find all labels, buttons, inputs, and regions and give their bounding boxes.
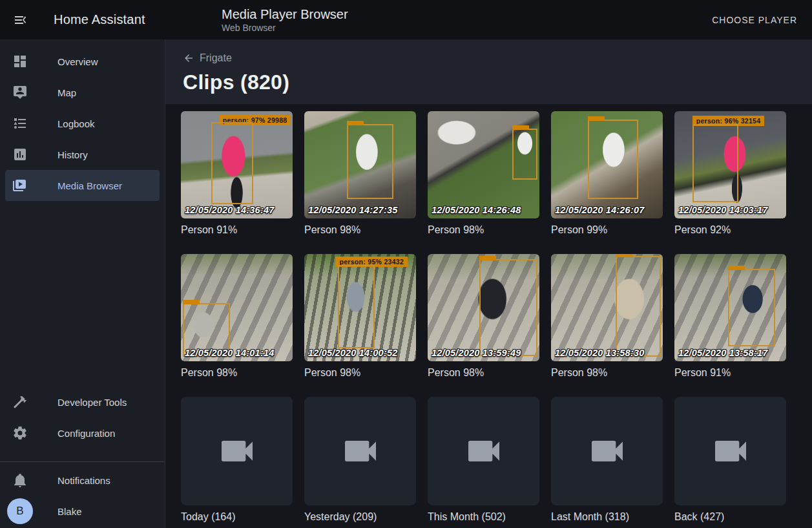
clip-label: Person 98% xyxy=(428,367,539,379)
bounding-box xyxy=(479,259,537,355)
sidebar-item-label: Map xyxy=(57,87,76,98)
clip-thumbnail: 12/05/2020 13:58:17 xyxy=(674,254,786,361)
detection-minilabel xyxy=(588,116,605,121)
tooltip-account-icon xyxy=(12,85,28,100)
clip-label: Person 91% xyxy=(674,367,786,379)
sidebar-toggle-icon[interactable] xyxy=(13,12,28,28)
main-pane: Frigate Clips (820) person: 97% 29988 12… xyxy=(165,39,812,528)
detection-minilabel xyxy=(347,121,364,125)
video-icon xyxy=(463,430,505,472)
folder-tile-this-month[interactable]: This Month (502) xyxy=(428,397,539,523)
clip-thumbnail: 12/05/2020 13:59:49 xyxy=(428,254,539,361)
detection-minilabel xyxy=(479,256,496,260)
bounding-box xyxy=(692,124,738,202)
timestamp-overlay: 12/05/2020 14:03:17 xyxy=(678,205,767,215)
detection-minilabel xyxy=(728,266,745,270)
clip-tile[interactable]: 12/05/2020 14:26:48 Person 98% xyxy=(428,111,539,236)
timestamp-overlay: 12/05/2020 14:00:52 xyxy=(308,348,397,358)
folder-tile-last-month[interactable]: Last Month (318) xyxy=(551,397,663,523)
choose-player-button[interactable]: CHOOSE PLAYER xyxy=(707,10,802,30)
detection-minilabel xyxy=(512,125,529,130)
video-icon xyxy=(710,430,751,472)
video-icon xyxy=(340,430,381,472)
sidebar-item-label: Logbook xyxy=(57,118,95,129)
sidebar-item-map[interactable]: Map xyxy=(0,77,165,108)
top-app-bar: Home Assistant Media Player Browser Web … xyxy=(0,0,812,39)
clip-label: Person 98% xyxy=(181,367,293,379)
hammer-icon xyxy=(12,394,28,410)
folder-card xyxy=(428,397,539,505)
media-browser-header: Frigate Clips (820) xyxy=(165,39,812,104)
timestamp-overlay: 12/05/2020 13:58:17 xyxy=(678,348,767,358)
clip-tile[interactable]: 12/05/2020 13:58:17 Person 91% xyxy=(674,254,786,379)
clip-label: Person 98% xyxy=(551,367,663,379)
avatar: B xyxy=(7,498,33,524)
sidebar-item-logbook[interactable]: Logbook xyxy=(0,108,165,139)
clip-label: Person 99% xyxy=(551,224,663,236)
clip-thumbnail: person: 97% 29988 12/05/2020 14:36:47 xyxy=(181,111,293,218)
folder-card xyxy=(551,397,663,505)
folder-tile-back[interactable]: Back (427) xyxy=(674,397,786,523)
folder-label: Last Month (318) xyxy=(551,511,663,523)
clips-row: 12/05/2020 14:01:14 Person 98% person: 9… xyxy=(181,254,812,379)
sidebar-item-label: Media Browser xyxy=(57,180,122,191)
topbar-left: Home Assistant xyxy=(0,12,165,28)
bounding-box xyxy=(512,129,537,180)
clip-tile[interactable]: person: 95% 23432 12/05/2020 14:00:52 Pe… xyxy=(304,254,416,379)
timestamp-overlay: 12/05/2020 13:58:30 xyxy=(555,348,644,358)
sidebar-item-developer-tools[interactable]: Developer Tools xyxy=(0,386,165,417)
bounding-box xyxy=(211,122,254,205)
folder-tile-today[interactable]: Today (164) xyxy=(181,397,293,523)
video-icon xyxy=(587,430,628,472)
clip-tile[interactable]: 12/05/2020 14:01:14 Person 98% xyxy=(181,254,293,379)
clip-label: Person 91% xyxy=(181,224,293,236)
bounding-box xyxy=(338,265,375,348)
sidebar-item-configuration[interactable]: Configuration xyxy=(0,417,165,449)
bounding-box xyxy=(347,124,394,199)
folder-label: Yesterday (209) xyxy=(304,511,416,523)
clip-thumbnail: 12/05/2020 14:26:48 xyxy=(428,111,539,218)
breadcrumb-back[interactable]: Frigate xyxy=(183,52,232,64)
clip-tile[interactable]: 12/05/2020 13:59:49 Person 98% xyxy=(428,254,539,379)
bounding-box xyxy=(616,256,660,357)
folder-tile-yesterday[interactable]: Yesterday (209) xyxy=(304,397,416,523)
page-header-subtitle: Web Browser xyxy=(222,22,707,34)
topbar-actions: CHOOSE PLAYER xyxy=(707,10,812,30)
sidebar-item-notifications[interactable]: Notifications xyxy=(0,465,165,496)
folder-card xyxy=(674,397,786,505)
clip-label: Person 98% xyxy=(304,367,416,379)
clip-thumbnail: 12/05/2020 14:26:07 xyxy=(551,111,663,218)
clip-tile[interactable]: person: 97% 29988 12/05/2020 14:36:47 Pe… xyxy=(181,111,293,236)
page-header-title: Media Player Browser xyxy=(222,6,707,22)
folder-card xyxy=(304,397,416,505)
sidebar-item-user[interactable]: B Blake xyxy=(0,496,165,527)
folder-label: Today (164) xyxy=(181,511,293,523)
sidebar-item-media-browser[interactable]: Media Browser xyxy=(5,170,160,201)
clip-thumbnail: 12/05/2020 14:27:35 xyxy=(304,111,416,218)
list-bulleted-icon xyxy=(12,116,28,131)
sidebar-item-overview[interactable]: Overview xyxy=(0,46,165,77)
arrow-left-icon xyxy=(183,52,194,64)
folder-label: Back (427) xyxy=(674,511,786,523)
clip-tile[interactable]: 12/05/2020 14:26:07 Person 99% xyxy=(551,111,663,236)
timestamp-overlay: 12/05/2020 14:26:07 xyxy=(555,205,644,215)
topbar-title-block: Media Player Browser Web Browser xyxy=(165,6,707,34)
play-box-multiple-icon xyxy=(12,178,28,193)
gear-icon xyxy=(12,425,28,441)
app-title: Home Assistant xyxy=(54,12,145,27)
clip-tile[interactable]: person: 96% 32154 12/05/2020 14:03:17 Pe… xyxy=(674,111,786,236)
folder-label: This Month (502) xyxy=(428,511,539,523)
sidebar-item-label: History xyxy=(57,149,88,160)
sidebar-item-history[interactable]: History xyxy=(0,139,165,170)
timestamp-overlay: 12/05/2020 13:59:49 xyxy=(432,348,521,358)
user-name: Blake xyxy=(57,506,82,517)
bell-icon xyxy=(12,472,28,488)
clip-tile[interactable]: 12/05/2020 13:58:30 Person 98% xyxy=(551,254,663,379)
sidebar-bottom: Developer Tools Configuration Notificati… xyxy=(0,386,165,527)
page-title: Clips (820) xyxy=(183,70,812,94)
clip-label: Person 98% xyxy=(304,224,416,236)
clip-thumbnail: person: 95% 23432 12/05/2020 14:00:52 xyxy=(304,254,416,361)
timestamp-overlay: 12/05/2020 14:26:48 xyxy=(432,205,521,215)
clip-tile[interactable]: 12/05/2020 14:27:35 Person 98% xyxy=(304,111,416,236)
clips-grid: person: 97% 29988 12/05/2020 14:36:47 Pe… xyxy=(165,104,812,528)
